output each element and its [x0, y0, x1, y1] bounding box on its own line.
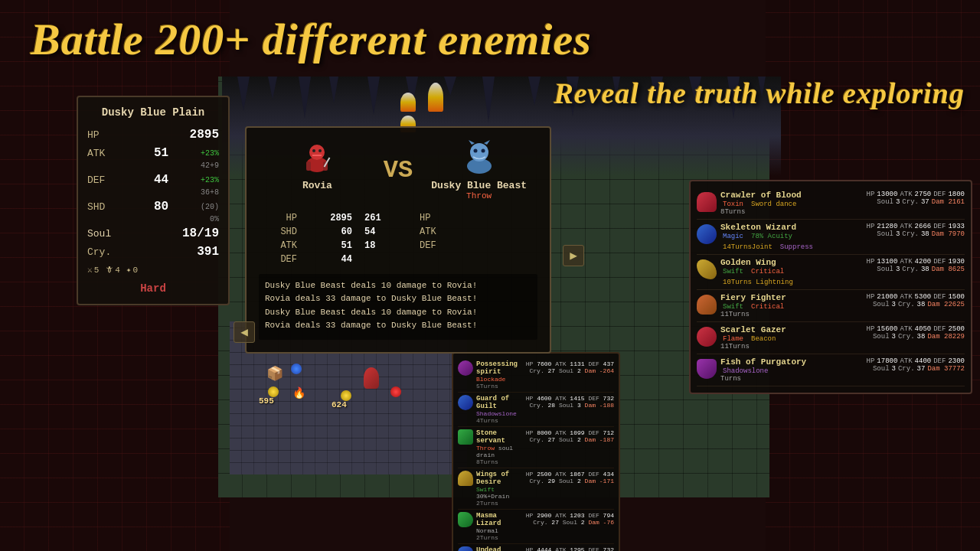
def-value: 44 [154, 173, 168, 187]
tag-sword-dance: Sword dance [749, 201, 799, 208]
ml-row-4: Wings of Desire Swift 30%+Drain 2Turns H… [458, 468, 614, 510]
enemy-sprite-3 [697, 259, 717, 279]
enemy-turns-5: 11Turns [720, 343, 842, 350]
svg-marker-12 [469, 140, 475, 145]
ml-sprite-2 [458, 395, 473, 410]
stat-cry-row: Cry. 391 [87, 245, 219, 259]
enemy-name-1: Crawler of Blood [720, 191, 842, 200]
ml-tags-4: Swift 30%+Drain [476, 486, 526, 500]
enemy-tags-4: Swift Critical [720, 303, 842, 311]
enemy-turns-6: Turns [720, 375, 842, 383]
fighter-right-block: Dusky Blue Beast Throw [420, 140, 537, 201]
bs-atk-left: 51 [297, 240, 358, 251]
ml-info-3: Stone servant Throw soul drain 8Turns [476, 429, 526, 465]
def-bonus: +23% [201, 176, 219, 184]
shd-sub: (20) [201, 203, 219, 211]
nav-arrow-left[interactable]: ◀ [234, 321, 255, 343]
enemy-turns-4: 11Turns [720, 311, 842, 318]
enemy-name-6: Fish of Purgatory [720, 357, 842, 367]
ml-stats-4: HP 2500 ATK 1867 DEF 434 Cry. 29 Soul 2 … [526, 471, 614, 484]
enemy-info-1: Crawler of Blood Toxin Sword dance 8Turn… [720, 191, 842, 216]
tag-beacon: Beacon [749, 335, 778, 343]
ml-sprite-5 [458, 512, 473, 527]
fighter-left-name: Rovia [259, 180, 376, 191]
ml-turns-2: 4Turns [476, 417, 526, 424]
cry-label: Cry. [87, 246, 122, 258]
ml-tags-3: Throw soul drain [476, 445, 526, 458]
ml-info-4: Wings of Desire Swift 30%+Drain 2Turns [476, 471, 526, 507]
tag-swift: Swift [720, 268, 746, 276]
log-line-4: Rovia deals 33 damage to Dusky Blue Beas… [265, 320, 531, 331]
enemy-tags-1: Toxin Sword dance [720, 201, 842, 208]
enemy-row-3: Golden Wing Swift Critical 10Turns Light… [697, 255, 965, 290]
ml-turns-3: 8Turns [476, 458, 526, 465]
enemy-tags-5: Flame Beacon [720, 335, 842, 343]
enemy-turns-1: 8Turns [720, 208, 842, 216]
svg-point-2 [312, 149, 315, 152]
enemy-name-3: Golden Wing [720, 258, 842, 267]
enemy-sprite-6 [697, 359, 717, 379]
enemy-info-3: Golden Wing Swift Critical 10Turns Light… [720, 258, 842, 286]
ml-sprite-1 [458, 360, 473, 376]
enemy-stats-5: HP15600 ATK4050 DEF2500 Soul3 Cry.38 Dam… [842, 325, 965, 341]
enemy-stats-4: HP21000 ATK5300 DEF1500 Soul3 Cry.38 Dam… [842, 293, 965, 308]
ml-tags-5: Normal [476, 527, 526, 534]
fighter-left-block: Rovia [259, 140, 376, 191]
ml-info-1: Possessing spirit Blockade 5Turns [476, 360, 526, 390]
stat-atk-row: ATK 51 +23% [87, 146, 219, 160]
atk-value: 51 [154, 146, 168, 160]
bs-def-label-r: DEF [420, 240, 458, 251]
log-line-1: Dusky Blue Beast deals 10 damage to Rovi… [265, 280, 531, 292]
fighter-right-sprite [461, 140, 498, 177]
soul-label: Soul [87, 228, 122, 240]
icon-sword: ⚔5 [87, 265, 99, 275]
enemy-sprite-2 [697, 224, 717, 244]
enemy-stats-3: HP13100 ATK4200 DEF1930 Soul3 Cry.38 Dam… [842, 258, 965, 273]
bs-def-label: DEF [259, 254, 297, 265]
tag-shadowslone: Shadowslone [720, 367, 770, 375]
ml-sprite-3 [458, 429, 473, 445]
ml-info-5: Masma Lizard Normal 2Turns [476, 512, 526, 541]
tag-acuity: 78% Acuity [749, 233, 795, 240]
bs-hp-label: HP [259, 213, 297, 223]
bs-atk-right: 54 [358, 227, 420, 237]
icon-magic: ✦0 [126, 265, 138, 275]
battle-log: Dusky Blue Beast deals 10 damage to Rovi… [259, 274, 537, 340]
enemy-info-2: Skeleton Wizard Magic 78% Acuity 14Turns… [720, 223, 842, 251]
map-num-624: 624 [332, 400, 347, 409]
battle-header: Rovia VS Dusky Blue Beast Throw [259, 140, 537, 201]
enemy-row-1: Crawler of Blood Toxin Sword dance 8Turn… [697, 187, 965, 220]
bs-shd-left: 60 [297, 227, 358, 237]
tag-swift-2: Swift [720, 303, 746, 311]
ml-name-6: Undead Officer [476, 546, 526, 551]
enemy-sprite-4 [697, 295, 717, 315]
enemy-tags-3: Swift Critical 10Turns Lightning [720, 268, 842, 286]
map-item-red [390, 386, 401, 397]
ml-stats-5: HP 2900 ATK 1203 DEF 794 Cry. 27 Soul 2 … [526, 512, 614, 526]
log-line-2: Rovia deals 33 damage to Dusky Blue Beas… [265, 293, 531, 305]
map-num-595: 595 [259, 396, 274, 406]
enemy-name-2: Skeleton Wizard [720, 223, 842, 232]
stat-panel: Dusky Blue Plain HP 2895 ATK 51 +23% 42+… [77, 96, 230, 305]
enemy-stats-6: HP17800 ATK4400 DEF2300 Soul3 Cry.37 Dam… [842, 357, 965, 373]
cry-value: 391 [197, 245, 219, 259]
enemy-name-4: Fiery Fighter [720, 293, 842, 302]
map-item-gold-1 [268, 386, 279, 397]
ml-turns-4: 2Turns [476, 500, 526, 507]
soul-value: 18/19 [182, 227, 219, 240]
enemy-row-2: Skeleton Wizard Magic 78% Acuity 14Turns… [697, 220, 965, 255]
ml-stats-2: HP 4600 ATK 1415 DEF 732 Cry. 28 Soul 3 … [526, 395, 614, 409]
enemy-sprite-1 [697, 192, 717, 212]
ml-row-2: Guard of Guilt Shadowslone 4Turns HP 460… [458, 393, 614, 427]
ml-tags-2: Shadowslone [476, 410, 526, 417]
nav-arrow-right[interactable]: ▶ [563, 245, 584, 266]
shd-bonus: 0% [87, 215, 219, 223]
map-player [364, 367, 379, 389]
stat-def-row: DEF 44 +23% [87, 173, 219, 187]
tag-magic: Magic [720, 233, 746, 240]
enemy-stats-2: HP21280 ATK2666 DEF1933 Soul3 Cry.38 Dam… [842, 223, 965, 238]
map-item-gold-2 [341, 390, 351, 401]
battle-panel: Rovia VS Dusky Blue Beast Throw HP [245, 126, 551, 354]
ml-sprite-6 [458, 546, 473, 551]
enemy-tags-2: Magic 78% Acuity 14TurnsJoint Suppress [720, 233, 842, 251]
